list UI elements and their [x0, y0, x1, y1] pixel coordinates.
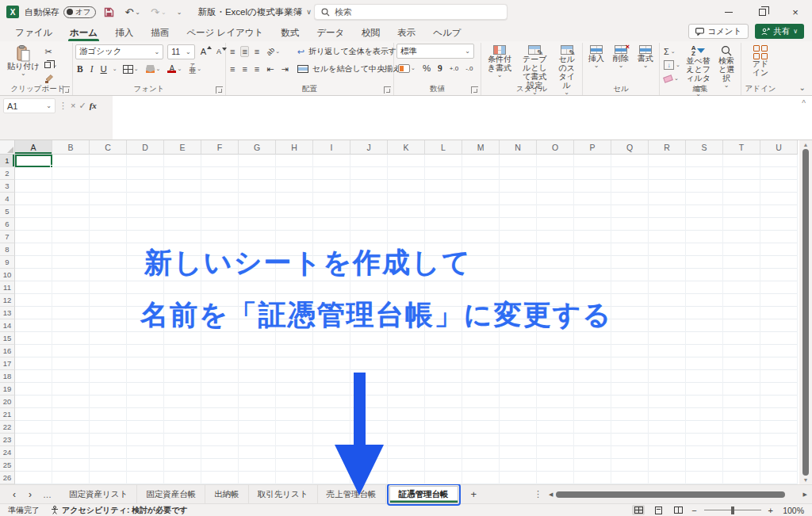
restore-button[interactable]	[745, 0, 779, 24]
row-header-4[interactable]: 4	[0, 193, 15, 205]
row-header-19[interactable]: 19	[0, 383, 15, 396]
row-header-16[interactable]: 16	[0, 345, 15, 357]
increase-indent-button[interactable]: ⇥	[279, 63, 289, 75]
row-header-21[interactable]: 21	[0, 408, 15, 421]
column-header-J[interactable]: J	[350, 140, 388, 155]
row-header-8[interactable]: 8	[0, 243, 15, 256]
row-header-6[interactable]: 6	[0, 218, 15, 231]
clear-button[interactable]: ⌄	[662, 73, 682, 84]
autosave-switch-icon[interactable]: オフ	[63, 6, 96, 18]
row-header-3[interactable]: 3	[0, 180, 15, 193]
scroll-right-icon[interactable]: ▶	[803, 491, 807, 498]
column-header-A[interactable]: A	[15, 140, 52, 155]
copy-button[interactable]: ⌄	[43, 59, 59, 71]
row-header-25[interactable]: 25	[0, 459, 15, 472]
tab-ヘルプ[interactable]: ヘルプ	[424, 24, 469, 41]
orientation-button[interactable]: ab⌄	[265, 47, 282, 56]
comments-button[interactable]: コメント	[688, 24, 749, 39]
zoom-out-button[interactable]: −	[691, 506, 696, 515]
sheet-prev-icon[interactable]: ‹	[6, 489, 22, 500]
confirm-entry-icon[interactable]: ✓	[79, 98, 86, 111]
sheet-tab-出納帳[interactable]: 出納帳	[205, 485, 249, 504]
column-header-H[interactable]: H	[276, 140, 313, 155]
align-middle-button[interactable]: ≡	[240, 46, 248, 57]
decrease-indent-button[interactable]: ⇤	[265, 63, 275, 75]
collapse-formula-bar-icon[interactable]: ^	[802, 99, 806, 108]
column-header-R[interactable]: R	[649, 140, 686, 155]
share-button[interactable]: 共有 ∨	[755, 24, 804, 39]
column-header-G[interactable]: G	[239, 140, 276, 155]
font-color-button[interactable]: A⌄	[166, 64, 183, 74]
excel-app-icon[interactable]: X	[6, 6, 19, 18]
row-header-12[interactable]: 12	[0, 294, 15, 307]
save-button[interactable]	[102, 6, 117, 19]
column-header-C[interactable]: C	[90, 140, 127, 155]
column-header-D[interactable]: D	[127, 140, 164, 155]
format-painter-button[interactable]	[43, 73, 59, 84]
grid[interactable]: 新しいシートを作成して 名前を「証憑管理台帳」に変更する	[15, 155, 798, 484]
column-header-P[interactable]: P	[574, 140, 611, 155]
tab-校閲[interactable]: 校閲	[353, 24, 389, 41]
chevron-down-icon[interactable]: ⌄	[113, 66, 117, 72]
percent-format-button[interactable]: %	[421, 63, 432, 74]
column-header-U[interactable]: U	[760, 140, 798, 155]
sheet-more-icon[interactable]: …	[38, 490, 57, 499]
vertical-scroll-thumb[interactable]	[802, 149, 809, 476]
row-header-15[interactable]: 15	[0, 332, 15, 345]
minimize-button[interactable]	[712, 0, 745, 24]
row-header-24[interactable]: 24	[0, 446, 15, 459]
select-all-corner[interactable]	[0, 140, 15, 155]
autosave-toggle[interactable]: 自動保存 オフ	[25, 6, 96, 18]
tab-数式[interactable]: 数式	[272, 24, 308, 41]
column-header-K[interactable]: K	[388, 140, 425, 155]
row-header-13[interactable]: 13	[0, 307, 15, 319]
tab-scrollbar-splitter-icon[interactable]: ⋮	[534, 489, 542, 499]
column-header-S[interactable]: S	[686, 140, 723, 155]
align-top-button[interactable]: ≡	[228, 46, 236, 57]
number-dialog-launcher-icon[interactable]	[471, 86, 478, 94]
font-dialog-launcher-icon[interactable]	[216, 86, 223, 94]
sheet-tab-取引先リスト[interactable]: 取引先リスト	[249, 485, 318, 504]
row-header-26[interactable]: 26	[0, 472, 15, 484]
page-layout-view-button[interactable]	[652, 505, 665, 515]
delete-cells-button[interactable]: × 削除 ⌄	[610, 44, 632, 84]
row-header-18[interactable]: 18	[0, 370, 15, 383]
align-left-button[interactable]: ≡	[228, 63, 236, 75]
zoom-in-button[interactable]: +	[768, 506, 773, 515]
name-box[interactable]: A1⌄	[3, 98, 56, 113]
customize-toolbar-button[interactable]: ⌄	[174, 7, 185, 17]
increase-font-size-button[interactable]: A	[199, 46, 208, 57]
tab-表示[interactable]: 表示	[389, 24, 424, 41]
row-header-10[interactable]: 10	[0, 269, 15, 281]
horizontal-scrollbar[interactable]	[556, 490, 799, 499]
tab-ファイル[interactable]: ファイル	[6, 24, 61, 41]
vertical-scrollbar[interactable]: ▲ ▼	[799, 140, 812, 484]
column-header-F[interactable]: F	[201, 140, 239, 155]
paste-button[interactable]: 貼り付け ⌄	[6, 44, 40, 84]
cancel-entry-icon[interactable]: ×	[71, 98, 75, 110]
clipboard-dialog-launcher-icon[interactable]	[63, 86, 70, 94]
row-header-14[interactable]: 14	[0, 319, 15, 332]
bold-button[interactable]: B	[75, 63, 85, 75]
currency-format-button[interactable]: ⌄	[396, 63, 417, 74]
insert-function-button[interactable]: fx	[90, 98, 97, 110]
number-format-select[interactable]: 標準⌄	[396, 44, 474, 59]
fill-color-button[interactable]: ⌄	[144, 64, 163, 74]
fill-button[interactable]: ↓⌄	[662, 59, 682, 71]
scroll-up-icon[interactable]: ▲	[803, 142, 809, 147]
row-header-7[interactable]: 7	[0, 231, 15, 243]
row-header-9[interactable]: 9	[0, 256, 15, 269]
decrease-decimal-button[interactable]: -.0	[464, 64, 474, 73]
comma-format-button[interactable]: 9	[436, 63, 444, 74]
column-header-O[interactable]: O	[537, 140, 574, 155]
collapse-ribbon-icon[interactable]: ⌄	[799, 83, 806, 92]
column-header-E[interactable]: E	[164, 140, 201, 155]
scroll-left-icon[interactable]: ◀	[549, 491, 553, 498]
column-header-T[interactable]: T	[723, 140, 760, 155]
alignment-dialog-launcher-icon[interactable]	[384, 86, 391, 94]
search-input[interactable]: 検索	[314, 4, 508, 20]
align-right-button[interactable]: ≡	[253, 63, 261, 75]
column-header-L[interactable]: L	[425, 140, 462, 155]
sheet-tab-固定資産台帳[interactable]: 固定資産台帳	[137, 485, 205, 504]
decrease-font-size-button[interactable]: A	[215, 47, 223, 56]
